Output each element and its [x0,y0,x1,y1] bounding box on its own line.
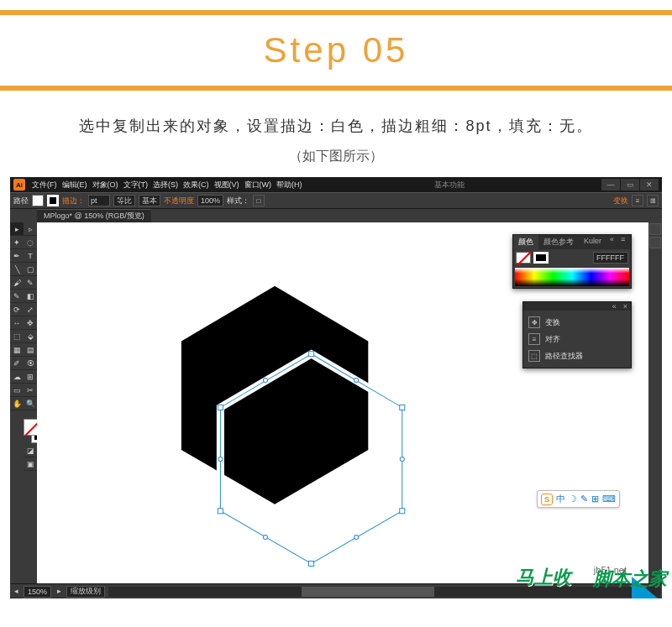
svg-point-11 [354,536,359,540]
status-mode[interactable]: 缩放级别 [66,586,105,598]
illustrator-window: Ai 文件(F) 编辑(E) 对象(O) 文字(T) 选择(S) 效果(C) 视… [10,177,662,598]
menu-window[interactable]: 窗口(W) [244,180,272,191]
symbol-tool[interactable]: ☁ [10,370,24,384]
hand-tool[interactable]: ✋ [10,397,24,410]
stroke-label: 描边： [62,196,85,206]
row-label: 对齐 [545,334,560,345]
style-swatch[interactable]: □ [253,195,265,206]
panel-collapse-icon[interactable]: « [609,302,620,311]
workspace-label[interactable]: 基本功能 [434,180,465,191]
svg-rect-4 [400,405,405,410]
artboard-tool[interactable]: ▭ [10,384,24,397]
toolbox-col-a: ▸ ✦ ✒ ╲ 🖌 ✎ ⟳ ↔ ⬚ ▦ ✐ ☁ ▭ ✋ [10,222,24,583]
panel-close-icon[interactable]: × [620,302,631,311]
ai-logo-icon: Ai [13,179,25,191]
close-button[interactable]: ✕ [640,179,659,191]
magic-wand-tool[interactable]: ✦ [10,236,24,249]
zoom-tool[interactable]: 🔍 [24,397,37,410]
color-guide-tab[interactable]: 颜色参考 [538,235,579,249]
svg-point-9 [354,379,359,383]
color-panel[interactable]: 颜色 颜色参考 Kuler « ≡ FFFFFF [512,234,632,289]
ime-keyboard-icon[interactable]: ⌨ [602,494,616,504]
variable-width-profile[interactable]: 等比 [113,195,135,206]
row-label: 变换 [545,317,560,328]
fill-swatch[interactable] [32,195,44,206]
lasso-tool[interactable]: ◌ [24,236,37,249]
menu-view[interactable]: 视图(V) [214,180,239,191]
eraser-tool[interactable]: ◧ [24,290,37,303]
selection-type: 路径 [13,196,29,206]
panel-row-align[interactable]: ≡ 对齐 [525,331,629,347]
svg-rect-7 [218,509,223,514]
canvas[interactable]: 颜色 颜色参考 Kuler « ≡ FFFFFF [37,222,648,583]
perspective-tool[interactable]: ⬙ [24,330,37,343]
menu-object[interactable]: 对象(O) [92,180,118,191]
ime-punct-icon[interactable]: ✎ [580,494,588,504]
panel-row-transform[interactable]: ✥ 变换 [525,314,629,331]
color-tab[interactable]: 颜色 [513,235,538,249]
ime-softkbd-icon[interactable]: ⊞ [591,494,599,504]
gradient-tool[interactable]: ▤ [24,343,37,357]
ime-toolbar[interactable]: S 中 ☽ ✎ ⊞ ⌨ [537,490,620,508]
panel-menu-icon[interactable]: ≡ [617,235,628,249]
menu-edit[interactable]: 编辑(E) [62,180,87,191]
arrange-icon[interactable]: ⊞ [647,195,659,206]
menu-help[interactable]: 帮助(H) [276,180,302,191]
type-tool[interactable]: T [24,249,37,263]
sogou-icon[interactable]: S [541,494,553,505]
stroke-swatch[interactable] [47,195,59,206]
watermark-text: 马上收 [516,565,571,590]
blob-tool[interactable]: ✎ [10,290,24,303]
width-tool[interactable]: ↔ [10,316,24,330]
paintbrush-tool[interactable]: 🖌 [10,276,24,290]
ime-moon-icon[interactable]: ☽ [569,494,577,504]
scale-tool[interactable]: ⤢ [24,303,37,316]
fill-none-icon[interactable] [516,252,531,264]
rotate-tool[interactable]: ⟳ [10,303,24,316]
transform-panel[interactable]: « × ✥ 变换 ≡ 对齐 ⬚ [522,301,632,368]
slice-tool[interactable]: ✂ [24,384,37,397]
horizontal-scrollbar[interactable] [108,587,660,597]
stroke-weight-input[interactable] [88,195,110,206]
color-mode-icon[interactable]: ◪ [24,444,37,457]
svg-point-10 [400,457,404,462]
line-tool[interactable]: ╲ [10,263,24,276]
next-artboard-icon[interactable]: ▸ [53,585,65,598]
color-spectrum[interactable] [515,268,629,286]
document-tab[interactable]: MPlogo* @ 150% (RGB/预览) [37,209,151,222]
zoom-field[interactable]: 150% [24,586,51,598]
kuler-tab[interactable]: Kuler [579,235,606,249]
eyedropper-tool[interactable]: ✐ [10,357,24,370]
screen-mode-icon[interactable]: ▣ [24,457,37,471]
shape-builder-tool[interactable]: ⬚ [10,330,24,343]
free-transform-tool[interactable]: ✥ [24,316,37,330]
mesh-tool[interactable]: ▦ [10,343,24,357]
stroke-swatch-icon[interactable] [533,252,549,264]
menu-select[interactable]: 选择(S) [153,180,178,191]
brush-definition[interactable]: 基本 [139,195,160,206]
dock-icon[interactable] [649,223,661,235]
maximize-button[interactable]: ▭ [621,179,639,191]
panel-row-pathfinder[interactable]: ⬚ 路径查找器 [525,347,629,364]
align-icon[interactable]: ≡ [632,195,643,206]
panel-collapse-icon[interactable]: « [606,235,617,249]
svg-point-12 [263,536,267,540]
menu-bar: Ai 文件(F) 编辑(E) 对象(O) 文字(T) 选择(S) 效果(C) 视… [10,177,662,192]
menu-text[interactable]: 文字(T) [123,180,149,191]
direct-selection-tool[interactable]: ▹ [24,222,37,236]
graph-tool[interactable]: ⊞ [24,370,37,384]
dock-icon[interactable] [649,237,661,248]
selection-tool[interactable]: ▸ [10,222,24,236]
pencil-tool[interactable]: ✎ [24,276,37,290]
ime-lang[interactable]: 中 [556,493,565,505]
menu-effect[interactable]: 效果(C) [183,180,209,191]
hex-field[interactable]: FFFFFF [593,252,628,264]
opacity-value[interactable]: 100% [197,195,223,206]
blend-tool[interactable]: ⦿ [24,357,37,370]
menu-file[interactable]: 文件(F) [32,180,57,191]
rectangle-tool[interactable]: ▢ [24,263,37,276]
first-artboard-icon[interactable]: ◂ [10,585,22,598]
transform-link[interactable]: 变换 [613,196,628,206]
pen-tool[interactable]: ✒ [10,249,24,263]
minimize-button[interactable]: — [601,179,620,191]
